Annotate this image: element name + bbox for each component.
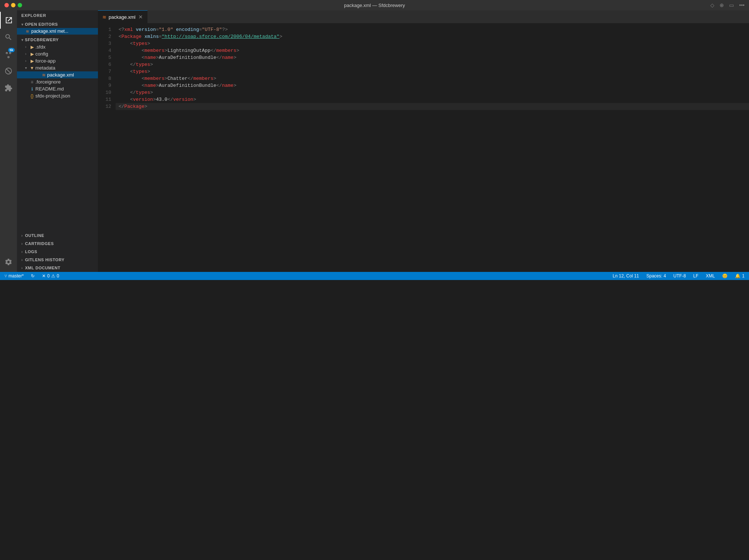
error-icon: ✕ bbox=[42, 273, 46, 279]
tree-item-config[interactable]: › ▶ config bbox=[17, 50, 98, 57]
more-icon[interactable]: ••• bbox=[739, 2, 745, 8]
cartridges-panel[interactable]: › CARTRIDGES bbox=[17, 240, 98, 248]
code-line-12: </Package> bbox=[116, 103, 749, 110]
spaces-item[interactable]: Spaces: 4 bbox=[645, 273, 667, 279]
line-numbers: 1 2 3 4 5 6 7 8 9 10 11 12 bbox=[98, 23, 116, 272]
git-branch-label: master* bbox=[8, 273, 24, 279]
status-bar-left: ⑂ master* ↻ ✕ 0 ⚠ 0 bbox=[3, 273, 61, 279]
debug-activity-icon[interactable] bbox=[0, 63, 17, 79]
git-branch-item[interactable]: ⑂ master* bbox=[3, 273, 25, 279]
encoding-label: UTF-8 bbox=[674, 273, 686, 279]
code-line-8: <members>Chatter</members> bbox=[116, 75, 749, 82]
open-editor-item-package-xml[interactable]: ≋ package.xml met... bbox=[17, 28, 98, 35]
tree-item-sfdx[interactable]: › ▶ .sfdx bbox=[17, 43, 98, 50]
emoji-icon: 😊 bbox=[722, 273, 728, 279]
title-bar-actions: ◇ ⊕ ▭ ••• bbox=[710, 2, 745, 8]
readme-icon: ℹ bbox=[29, 86, 35, 92]
tab-label: package.xml bbox=[109, 14, 136, 20]
readme-label: README.md bbox=[35, 86, 64, 92]
emoji-item[interactable]: 😊 bbox=[721, 273, 729, 279]
search-activity-icon[interactable] bbox=[0, 29, 17, 46]
sfdx-arrow: › bbox=[23, 45, 29, 49]
tab-package-xml[interactable]: ≋ package.xml ✕ bbox=[98, 10, 148, 23]
accounts-activity-icon[interactable] bbox=[0, 254, 17, 270]
gitlens-history-label: GITLENS HISTORY bbox=[25, 258, 64, 262]
title-bar: package.xml — Sfdcbrewery ◇ ⊕ ▭ ••• bbox=[0, 0, 749, 10]
force-app-label: force-app bbox=[35, 58, 56, 64]
forceignore-icon: ≡ bbox=[29, 79, 35, 85]
config-label: config bbox=[35, 51, 48, 57]
explorer-activity-icon[interactable] bbox=[0, 12, 17, 29]
status-bar-right: Ln 12, Col 11 Spaces: 4 UTF-8 LF XML 😊 🔔… bbox=[611, 273, 746, 279]
close-button[interactable] bbox=[4, 3, 9, 7]
cursor-position-item[interactable]: Ln 12, Col 11 bbox=[611, 273, 640, 279]
language-label: XML bbox=[706, 273, 715, 279]
tree-item-metadata[interactable]: ▾ ▼ metadata bbox=[17, 64, 98, 71]
explorer-header: Explorer bbox=[17, 10, 98, 21]
open-editors-section: ▾ Open Editors ≋ package.xml met... bbox=[17, 21, 98, 35]
logs-arrow: › bbox=[21, 250, 23, 254]
xml-document-arrow: › bbox=[21, 266, 23, 270]
xml-file-icon: ≋ bbox=[26, 29, 29, 34]
code-line-11: <version>43.0</version> bbox=[116, 96, 749, 103]
window-title: package.xml — Sfdcbrewery bbox=[344, 3, 405, 8]
tab-xml-icon: ≋ bbox=[102, 14, 106, 20]
outline-panel[interactable]: › OUTLINE bbox=[17, 231, 98, 240]
project-root-arrow: ▾ bbox=[21, 38, 24, 42]
diamond-icon[interactable]: ◇ bbox=[710, 2, 714, 8]
line-ending-item[interactable]: LF bbox=[692, 273, 700, 279]
tree-item-package-xml[interactable]: ≋ package.xml bbox=[17, 71, 98, 78]
extensions-activity-icon[interactable] bbox=[0, 79, 17, 96]
package-xml-icon: ≋ bbox=[41, 72, 47, 78]
spaces-label: Spaces: 4 bbox=[646, 273, 666, 279]
open-editors-title[interactable]: ▾ Open Editors bbox=[17, 21, 98, 28]
broadcast-icon[interactable]: ⊕ bbox=[720, 2, 724, 8]
force-app-arrow: › bbox=[23, 59, 29, 63]
app-body: 5k Explorer ▾ Open Editors bbox=[0, 10, 749, 272]
code-editor[interactable]: 1 2 3 4 5 6 7 8 9 10 11 12 <?xml version… bbox=[98, 23, 749, 272]
code-line-1: <?xml version="1.0" encoding="UTF-8"?> bbox=[116, 26, 749, 33]
minimize-button[interactable] bbox=[11, 3, 15, 7]
code-content[interactable]: <?xml version="1.0" encoding="UTF-8"?> <… bbox=[116, 23, 749, 272]
tree-item-readme[interactable]: ℹ README.md bbox=[17, 85, 98, 92]
code-line-6: </types> bbox=[116, 61, 749, 68]
status-bar: ⑂ master* ↻ ✕ 0 ⚠ 0 Ln 12, Col 11 Spaces… bbox=[0, 272, 749, 280]
code-line-4: <members>LightningOutApp</members> bbox=[116, 47, 749, 54]
bell-item[interactable]: 🔔 1 bbox=[734, 273, 746, 279]
cartridges-arrow: › bbox=[21, 242, 23, 246]
language-item[interactable]: XML bbox=[704, 273, 717, 279]
code-line-9: <name>AuraDefinitionBundle</name> bbox=[116, 82, 749, 89]
maximize-button[interactable] bbox=[18, 3, 22, 7]
sidebar-bottom-panels: › OUTLINE › CARTRIDGES › LOGS › GITLENS … bbox=[17, 231, 98, 272]
gitlens-history-panel[interactable]: › GITLENS HISTORY bbox=[17, 256, 98, 264]
source-control-badge: 5k bbox=[8, 48, 15, 52]
sfdx-json-icon: {} bbox=[29, 93, 35, 99]
project-root-label: ▾ SFDCBREWERY bbox=[17, 35, 98, 43]
sync-item[interactable]: ↻ bbox=[29, 273, 36, 279]
code-line-5: <name>AuraDefinitionBundle</name> bbox=[116, 54, 749, 61]
open-editor-filename: package.xml met... bbox=[31, 29, 68, 34]
sidebar: Explorer ▾ Open Editors ≋ package.xml me… bbox=[17, 10, 98, 272]
errors-item[interactable]: ✕ 0 ⚠ 0 bbox=[41, 273, 60, 279]
error-count: 0 bbox=[47, 273, 50, 279]
xml-document-panel[interactable]: › XML DOCUMENT bbox=[17, 264, 98, 272]
source-control-activity-icon[interactable]: 5k bbox=[0, 46, 17, 63]
tree-item-forceignore[interactable]: ≡ .forceignore bbox=[17, 78, 98, 85]
tree-item-sfdx-project-json[interactable]: {} sfdx-project.json bbox=[17, 92, 98, 99]
outline-arrow: › bbox=[21, 234, 23, 238]
logs-panel[interactable]: › LOGS bbox=[17, 248, 98, 256]
tree-item-force-app[interactable]: › ▶ force-app bbox=[17, 57, 98, 64]
tab-close-button[interactable]: ✕ bbox=[138, 14, 143, 20]
sfdx-json-label: sfdx-project.json bbox=[35, 93, 70, 99]
tab-bar: ≋ package.xml ✕ bbox=[98, 10, 749, 23]
encoding-item[interactable]: UTF-8 bbox=[672, 273, 688, 279]
code-line-2: <Package xmlns="http://soap.sforce.com/2… bbox=[116, 33, 749, 40]
package-xml-label: package.xml bbox=[47, 72, 74, 78]
logs-label: LOGS bbox=[25, 249, 37, 254]
line-ending-label: LF bbox=[693, 273, 699, 279]
traffic-lights bbox=[4, 3, 22, 7]
layout-icon[interactable]: ▭ bbox=[729, 2, 734, 8]
cursor-position: Ln 12, Col 11 bbox=[613, 273, 639, 279]
metadata-folder-icon: ▼ bbox=[29, 65, 35, 71]
warning-count: 0 bbox=[57, 273, 59, 279]
